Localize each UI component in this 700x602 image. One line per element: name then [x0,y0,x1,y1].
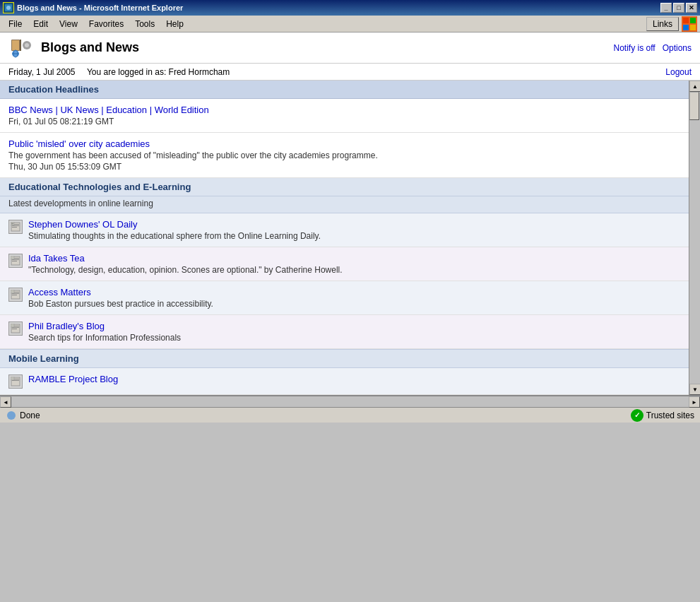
window-controls: _ □ ✕ [660,3,697,13]
feed-icon-ramble [8,374,23,389]
vertical-scrollbar[interactable]: ▲ ▼ [689,81,700,395]
hscroll-track[interactable] [11,396,689,407]
svg-rect-8 [12,40,19,50]
svg-rect-4 [690,18,696,23]
bbc-timestamp: Fri, 01 Jul 05 08:21:19 GMT [8,117,680,126]
status-text: Done [20,411,40,420]
ida-link[interactable]: Ida Takes Tea [28,253,85,264]
phil-content: Phil Bradley's Blog Search tips for Info… [28,321,181,343]
user-info: Friday, 1 Jul 2005 You are logged in as:… [8,67,230,77]
phil-link[interactable]: Phil Bradley's Blog [28,321,105,331]
trusted-icon: ✓ [631,409,643,422]
notify-link[interactable]: Notify is off [613,43,655,53]
title-bar: Blogs and News - Microsoft Internet Expl… [0,0,700,16]
access-description: Bob Easton pursues best practice in acce… [28,299,213,309]
header-actions: Notify is off Options [613,43,692,53]
news-item-bbc: BBC News | UK News | Education | World E… [0,99,689,133]
blog-item-downes: Stephen Downes' OL Daily Stimulating tho… [0,213,689,247]
scroll-up-button[interactable]: ▲ [689,81,700,92]
feed-icon-ida [8,254,23,268]
horizontal-scrollbar[interactable]: ◄ ► [0,396,700,407]
trusted-label: Trusted sites [646,411,694,420]
ida-description: "Technology, design, education, opinion.… [28,265,343,275]
scroll-left-button[interactable]: ◄ [0,396,11,408]
logout-link[interactable]: Logout [665,67,692,77]
svg-point-11 [25,43,29,47]
news-item-academies: Public 'misled' over city academies The … [0,133,689,178]
logged-in-label: You are logged in as: Fred Hormcham [87,67,230,77]
content-scroll[interactable]: Education Headlines BBC News | UK News |… [0,81,689,395]
blog-item-phil: Phil Bradley's Blog Search tips for Info… [0,315,689,349]
windows-logo [682,16,697,32]
options-link[interactable]: Options [663,43,692,53]
trusted-area: ✓ Trusted sites [631,409,694,422]
downes-link[interactable]: Stephen Downes' OL Daily [28,219,137,230]
subsection-edtech: Educational Technologies and E-Learning [0,178,689,196]
svg-rect-5 [683,25,689,30]
status-page-icon [6,410,17,421]
menu-favorites[interactable]: Favorites [83,18,129,30]
close-button[interactable]: ✕ [686,3,697,13]
status-bar: Done ✓ Trusted sites [0,407,700,423]
phil-description: Search tips for Information Professional… [28,333,181,343]
menu-edit[interactable]: Edit [28,18,54,30]
subsection-edtech-desc: Latest developments in online learning [0,196,689,213]
scroll-thumb[interactable] [689,92,699,120]
date-label: Friday, 1 Jul 2005 [8,67,76,77]
academies-link[interactable]: Public 'misled' over city academies [8,138,150,149]
bbc-news-link[interactable]: BBC News | UK News | Education | World E… [8,105,209,115]
scroll-track[interactable] [689,92,700,384]
scroll-right-button[interactable]: ► [689,396,700,408]
window-title: Blogs and News - Microsoft Internet Expl… [17,4,183,12]
ramble-link[interactable]: RAMBLE Project Blog [28,374,118,384]
downes-content: Stephen Downes' OL Daily Stimulating tho… [28,219,321,241]
svg-rect-26 [11,256,14,259]
svg-rect-19 [11,222,14,225]
user-bar: Friday, 1 Jul 2005 You are logged in as:… [0,64,700,81]
access-content: Access Matters Bob Easton pursues best p… [28,287,213,309]
minimize-button[interactable]: _ [660,3,672,13]
svg-rect-40 [11,377,14,380]
blog-item-ramble: RAMBLE Project Blog [0,368,689,395]
menu-help[interactable]: Help [160,18,189,30]
maximize-button[interactable]: □ [673,3,684,13]
menu-view[interactable]: View [54,18,83,30]
feed-icon-phil [8,321,23,336]
blog-item-access: Access Matters Bob Easton pursues best p… [0,281,689,315]
links-button[interactable]: Links [646,17,679,31]
svg-rect-25 [12,261,17,261]
svg-point-2 [6,6,11,10]
access-link[interactable]: Access Matters [28,287,91,297]
svg-rect-31 [11,290,14,293]
main-area: Education Headlines BBC News | UK News |… [0,81,700,396]
academies-timestamp: Thu, 30 Jun 05 15:53:09 GMT [8,162,680,172]
subsection-mobile: Mobile Learning [0,349,689,368]
svg-rect-18 [12,227,17,228]
svg-point-41 [7,411,16,420]
app-title: Blogs and News [41,40,139,55]
downes-description: Stimulating thoughts in the educational … [28,231,321,241]
svg-rect-30 [12,295,17,295]
app-header-icon [8,35,34,61]
app-header: Blogs and News Notify is off Options [0,33,700,64]
blog-item-ida: Ida Takes Tea "Technology, design, educa… [0,247,689,281]
feed-icon-downes [8,220,23,234]
svg-rect-6 [690,25,696,30]
ida-content: Ida Takes Tea "Technology, design, educa… [28,253,343,275]
ramble-content: RAMBLE Project Blog [28,374,118,384]
svg-rect-9 [20,40,21,51]
svg-rect-35 [12,329,17,329]
menu-bar: File Edit View Favorites Tools Help Link… [0,16,700,33]
svg-rect-36 [11,324,14,327]
app-icon [3,2,14,13]
svg-rect-3 [683,18,689,23]
academies-description: The government has been accused of "misl… [8,150,680,160]
menu-file[interactable]: File [3,18,28,30]
feed-icon-access [8,288,23,302]
scroll-down-button[interactable]: ▼ [689,384,700,395]
menu-tools[interactable]: Tools [129,18,160,30]
section-header-education: Education Headlines [0,81,689,99]
